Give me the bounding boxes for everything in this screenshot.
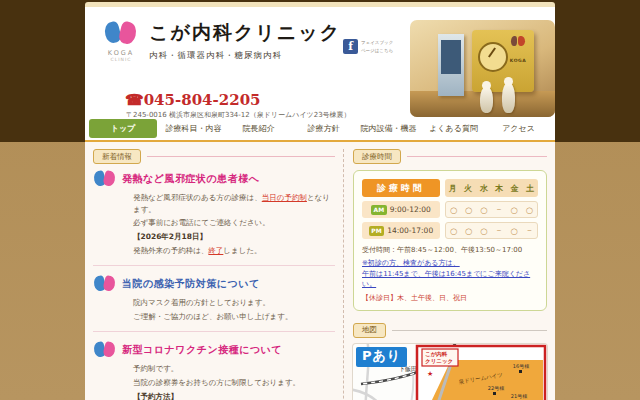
am-mark: ○ <box>476 205 491 215</box>
news-date-label: 【2026年2月18日】 <box>133 231 335 243</box>
nav-item-top[interactable]: トップ <box>89 119 157 138</box>
mascot-logo-icon <box>104 21 138 47</box>
logo-subtext: CLINIC <box>99 57 143 62</box>
news-item-heading: 発熱など風邪症状の患者様へ <box>93 170 335 188</box>
day-wed: 水 <box>476 183 492 194</box>
am-mark: ○ <box>446 205 461 215</box>
am-mark: ○ <box>507 205 522 215</box>
hours-days-row: 月 火 水 木 金 土 <box>445 179 538 197</box>
day-fri: 金 <box>507 183 523 194</box>
map-badge: 地図 <box>353 323 386 338</box>
hours-pm-time: PM 14:00-17:00 <box>362 222 440 239</box>
pm-mark: － <box>492 225 507 237</box>
clinic-logo: KOGA CLINIC <box>99 21 143 62</box>
news-divider-line <box>147 156 335 157</box>
news-badge: 新着情報 <box>93 149 141 164</box>
pm-badge: PM <box>369 226 384 236</box>
nav-item-faq[interactable]: よくある質問 <box>421 123 486 134</box>
closed-days: 【休診日】木、土午後、日、祝日 <box>362 293 538 303</box>
main-navigation: トップ 診療科目・内容 院長紹介 診療方針 院内設備・機器 よくある質問 アクセ… <box>85 117 555 142</box>
hours-table-header-row: 診療時間 月 火 水 木 金 土 <box>362 179 538 197</box>
day-tue: 火 <box>461 183 477 194</box>
photo-clock-logo: KOGA <box>507 36 529 66</box>
hours-badge: 診療時間 <box>353 149 401 164</box>
news-item-heading: 当院の感染予防対策について <box>93 275 335 293</box>
text: 発熱外来の予約枠は、 <box>133 246 208 255</box>
news-paragraph: 必ず事前にお電話にてご連絡ください。 <box>133 217 335 229</box>
nav-item-services[interactable]: 診療科目・内容 <box>161 123 226 134</box>
news-item-divider <box>93 331 335 332</box>
mascot-bullet-icon <box>93 170 117 188</box>
news-item-covid-vaccine: 新型コロナワクチン接種について 予約制です。 当院の診察券をお持ちの方に制限して… <box>93 341 335 400</box>
news-paragraph: 当院の診察券をお持ちの方に制限しております。 <box>133 377 335 389</box>
hours-table-title: 診療時間 <box>362 179 440 197</box>
title-block: こが内科クリニック 内科・循環器内科・糖尿病内科 <box>149 20 341 62</box>
emphasis-red: 当日の予約制 <box>262 193 307 202</box>
building-16-label: 16号棟 <box>513 363 529 369</box>
facebook-label-line1: フェイスブック <box>361 40 393 45</box>
hours-divider-line <box>407 156 547 157</box>
pm-marks-row: ○ ○ ○ － ○ － <box>445 222 538 239</box>
news-paragraph: 院内マスク着用の方針としております。 <box>133 297 335 309</box>
news-item-divider <box>93 265 335 266</box>
logo-text: KOGA <box>99 49 143 57</box>
photo-clock: KOGA <box>472 30 534 92</box>
nav-item-director[interactable]: 院長紹介 <box>226 123 291 134</box>
news-body: 院内マスク着用の方針としております。 ご理解・ご協力のほど、お願い申し上げます。 <box>93 297 335 322</box>
mascot-bullet-icon <box>93 341 117 359</box>
facebook-label-line2: ページはこちら <box>361 48 393 53</box>
pm-mark: ○ <box>507 226 522 236</box>
nav-item-access[interactable]: アクセス <box>486 123 551 134</box>
photo-clock-text: KOGA <box>510 58 526 63</box>
news-paragraph: 予約制です。 <box>133 363 335 375</box>
site-header: KOGA CLINIC こが内科クリニック 内科・循環器内科・糖尿病内科 f フ… <box>85 7 555 117</box>
news-column: 新着情報 発熱など風邪症状の患者様へ 発熱など風邪症状のある方の診療は、当日の予… <box>93 149 344 400</box>
phone-number: ☎045-804-2205 <box>125 91 261 109</box>
news-paragraph: 発熱外来の予約枠は、終了しました。 <box>133 245 335 257</box>
photo-leaflet <box>438 34 464 96</box>
phone-icon: ☎ <box>125 91 144 109</box>
first-visit-note: ※初診の方、検査がある方は、 午前は11:45まで、午後は16:45までにご来院… <box>362 258 538 290</box>
pm-time-range: 14:00-17:00 <box>387 226 433 235</box>
nav-item-policy[interactable]: 診療方針 <box>291 123 356 134</box>
facebook-icon[interactable]: f <box>343 39 358 54</box>
map-clinic-label-line1: こが内科 <box>425 351 448 358</box>
photo-clock-face <box>478 42 508 72</box>
clinic-address: 〒245-0016 横浜市泉区和泉町334-12（泉ドリームハイツ23号棟裏） <box>126 110 351 120</box>
clinic-star-marker: ★ <box>427 370 433 378</box>
sidebar-column: 診療時間 診療時間 月 火 水 木 金 土 <box>344 149 547 400</box>
parking-badge: Pあり <box>356 347 407 367</box>
hours-pm-row: PM 14:00-17:00 ○ ○ ○ － ○ － <box>362 222 538 239</box>
pm-mark: ○ <box>476 226 491 236</box>
news-title: 新型コロナワクチン接種について <box>122 343 282 357</box>
news-title: 当院の感染予防対策について <box>122 277 260 291</box>
news-paragraph: ご理解・ご協力のほど、お願い申し上げます。 <box>133 311 335 323</box>
page-title: こが内科クリニック <box>149 20 341 46</box>
building-21-label: 21号棟 <box>511 393 527 399</box>
am-mark: ○ <box>522 205 537 215</box>
news-body: 発熱など風邪症状のある方の診療は、当日の予約制となります。 必ず事前にお電話にて… <box>93 192 335 256</box>
main-content: 新着情報 発熱など風邪症状の患者様へ 発熱など風邪症状のある方の診療は、当日の予… <box>85 142 555 400</box>
facebook-link-label[interactable]: フェイスブック ページはこちら <box>361 39 393 53</box>
news-body: 予約制です。 当院の診察券をお持ちの方に制限しております。 【予約方法】 受付へ… <box>93 363 335 400</box>
facebook-link[interactable]: f フェイスブック ページはこちら <box>343 39 393 54</box>
pm-mark: － <box>522 225 537 237</box>
note-line1: ※初診の方、検査がある方は、 <box>362 259 460 267</box>
emphasis-red: 終了 <box>208 246 223 255</box>
hours-am-row: AM 9:00-12:00 ○ ○ ○ － ○ ○ <box>362 201 538 218</box>
hours-panel: 診療時間 月 火 水 木 金 土 AM 9:00-12:00 <box>353 170 547 311</box>
mascot-bullet-icon <box>93 275 117 293</box>
text: 発熱など風邪症状のある方の診療は、 <box>133 193 262 202</box>
pm-mark: ○ <box>461 226 476 236</box>
nav-item-facilities[interactable]: 院内設備・機器 <box>356 123 421 134</box>
access-map: Pあり ゆめが丘駅 下飯田駅 湘南台駅 18 <box>353 344 547 400</box>
day-mon: 月 <box>445 183 461 194</box>
am-mark: － <box>492 204 507 216</box>
day-thu: 木 <box>492 183 508 194</box>
am-badge: AM <box>371 205 387 215</box>
hours-section-header: 診療時間 <box>353 149 547 164</box>
text: しました。 <box>223 246 261 255</box>
news-title: 発熱など風邪症状の患者様へ <box>122 172 259 186</box>
am-mark: ○ <box>461 205 476 215</box>
departments-subtitle: 内科・循環器内科・糖尿病内科 <box>149 50 341 62</box>
